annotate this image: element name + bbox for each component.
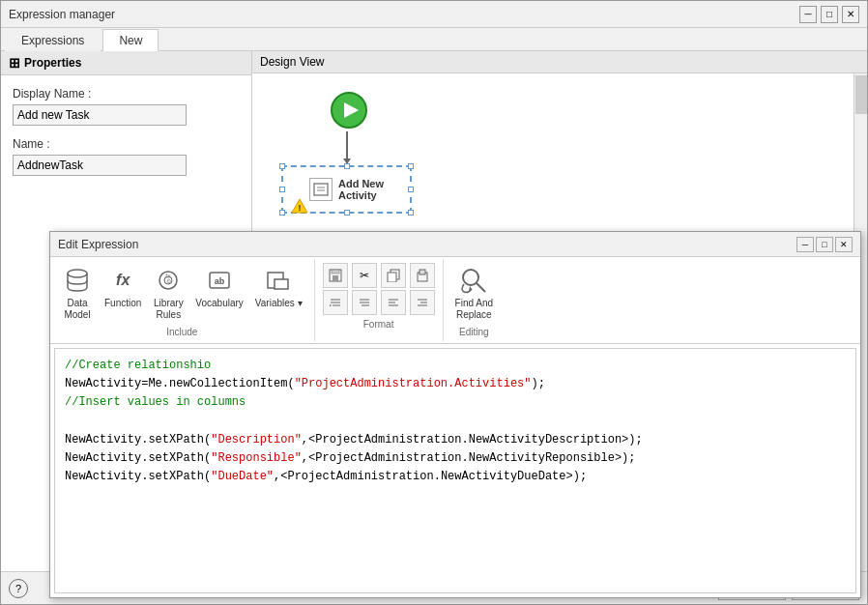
code-line-1: //Create relationshio xyxy=(65,357,846,375)
minimize-button[interactable]: ─ xyxy=(799,6,817,23)
handle-mr xyxy=(408,187,414,192)
format-row-2 xyxy=(323,290,435,315)
design-view-label: Design View xyxy=(260,55,324,69)
data-model-icon xyxy=(62,265,93,296)
variables-button[interactable]: Variables ▾ xyxy=(251,263,306,323)
toolbar-include-group: DataModel fx Function fx ⚙ xyxy=(50,259,315,341)
save-button[interactable] xyxy=(323,263,348,288)
name-input[interactable] xyxy=(13,155,187,176)
code-line-2: NewActivity=Me.newCollectionItem("Projec… xyxy=(65,375,846,393)
handle-bm xyxy=(344,210,350,216)
maximize-button[interactable]: □ xyxy=(821,6,838,23)
handle-tr xyxy=(408,163,414,169)
tab-bar: Expressions New xyxy=(1,28,867,51)
dialog-close-button[interactable]: ✕ xyxy=(835,237,853,252)
toolbar-editing-group: Find AndReplace Editing xyxy=(444,259,505,341)
format-row-1: ✂ xyxy=(323,263,435,288)
activity-icon xyxy=(309,178,333,201)
toolbar-format-group: ✂ xyxy=(315,259,444,341)
library-rules-label: LibraryRules xyxy=(154,298,184,321)
svg-point-7 xyxy=(68,270,87,277)
outer-title-controls: ─ □ ✕ xyxy=(799,6,859,23)
svg-rect-17 xyxy=(333,275,338,281)
code-line-7: NewActivity.setXPath("DueDate",<ProjectA… xyxy=(65,468,846,486)
outer-window-title: Expression manager xyxy=(9,8,115,21)
display-name-input[interactable] xyxy=(13,104,187,126)
data-model-button[interactable]: DataModel xyxy=(58,263,97,323)
toolbar: DataModel fx Function fx ⚙ xyxy=(50,257,860,344)
name-label: Name : xyxy=(13,137,240,151)
data-model-label: DataModel xyxy=(64,298,90,321)
tab-new[interactable]: New xyxy=(102,29,159,51)
code-line-6: NewActivity.setXPath("Responsible",<Proj… xyxy=(65,449,846,468)
editing-items: Find AndReplace xyxy=(451,263,497,323)
include-group-label: Include xyxy=(166,327,197,337)
align-right-button[interactable] xyxy=(410,290,435,315)
svg-text:ab: ab xyxy=(215,276,225,286)
find-replace-button[interactable]: Find AndReplace xyxy=(451,263,497,323)
dialog-minimize-button[interactable]: ─ xyxy=(796,237,814,252)
find-replace-icon xyxy=(458,265,489,296)
svg-line-37 xyxy=(477,283,485,292)
function-icon: fx xyxy=(107,265,138,296)
help-icon[interactable]: ? xyxy=(9,579,28,598)
cut-button[interactable]: ✂ xyxy=(352,263,377,288)
close-button[interactable]: ✕ xyxy=(842,6,859,23)
properties-label: Properties xyxy=(24,56,81,70)
align-left-button[interactable] xyxy=(381,290,406,315)
dialog-title-controls: ─ □ ✕ xyxy=(796,237,853,252)
format-group-label: Format xyxy=(363,319,394,330)
variables-label: Variables ▾ xyxy=(255,298,303,309)
vocabulary-icon: ab xyxy=(204,265,235,296)
code-editor[interactable]: //Create relationshio NewActivity=Me.new… xyxy=(54,348,856,593)
properties-header: ⊞ Properties xyxy=(1,51,251,75)
flow-connector xyxy=(346,131,348,160)
design-view-header: Design View xyxy=(252,51,867,73)
handle-tm xyxy=(344,163,350,169)
flow-start-node xyxy=(330,91,368,130)
editing-group-label: Editing xyxy=(459,327,489,337)
paste-button[interactable] xyxy=(410,263,435,288)
library-rules-button[interactable]: fx ⚙ LibraryRules xyxy=(149,263,188,323)
indent-right-button[interactable] xyxy=(352,290,377,315)
edit-expression-dialog: Edit Expression ─ □ ✕ xyxy=(49,231,861,598)
code-line-3: //Insert values in columns xyxy=(65,393,846,412)
copy-button[interactable] xyxy=(381,263,406,288)
tab-expressions[interactable]: Expressions xyxy=(5,29,101,51)
vocabulary-label: Vocabulary xyxy=(195,298,243,309)
svg-marker-26 xyxy=(330,304,332,306)
svg-text:⚙: ⚙ xyxy=(166,278,171,284)
code-line-5: NewActivity.setXPath("Description",<Proj… xyxy=(65,431,846,449)
variables-icon xyxy=(263,265,294,296)
dialog-title-bar: Edit Expression ─ □ ✕ xyxy=(50,232,860,257)
activity-warning-icon: ! xyxy=(291,198,308,214)
outer-title-bar: Expression manager ─ □ ✕ xyxy=(1,1,867,28)
help-label: ? xyxy=(15,583,21,594)
indent-left-button[interactable] xyxy=(323,290,348,315)
dialog-maximize-button[interactable]: □ xyxy=(816,237,833,252)
flow-activity-node[interactable]: Add NewActivity ! xyxy=(281,165,412,214)
function-button[interactable]: fx Function xyxy=(101,263,145,323)
find-replace-label: Find AndReplace xyxy=(455,298,493,321)
handle-ml xyxy=(279,187,285,192)
activity-label: Add NewActivity xyxy=(338,178,384,201)
properties-icon: ⊞ xyxy=(9,55,20,71)
function-label: Function xyxy=(104,298,141,309)
vocabulary-button[interactable]: ab Vocabulary xyxy=(191,263,246,323)
svg-rect-2 xyxy=(314,184,328,195)
include-items: DataModel fx Function fx ⚙ xyxy=(58,263,306,323)
dialog-title-text: Edit Expression xyxy=(58,238,138,251)
properties-content: Display Name : Name : xyxy=(1,75,251,187)
code-line-4 xyxy=(65,413,846,431)
svg-rect-20 xyxy=(388,273,396,282)
svg-rect-22 xyxy=(420,270,425,274)
svg-point-36 xyxy=(463,270,478,285)
library-rules-icon: fx ⚙ xyxy=(153,265,184,296)
display-name-label: Display Name : xyxy=(13,87,240,101)
svg-rect-15 xyxy=(275,279,288,289)
handle-br xyxy=(408,210,414,216)
handle-bl xyxy=(279,210,285,216)
scrollbar-thumb[interactable] xyxy=(855,75,867,114)
expression-manager-window: Expression manager ─ □ ✕ Expressions New… xyxy=(0,0,868,605)
svg-text:!: ! xyxy=(299,203,302,213)
